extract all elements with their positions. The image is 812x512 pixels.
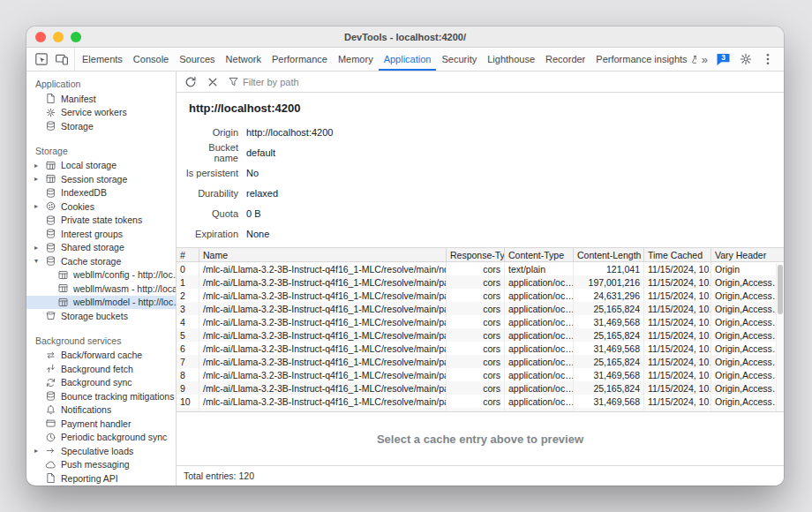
cell-content-type: application/oc… xyxy=(505,302,574,315)
window-titlebar[interactable]: DevTools - localhost:4200/ xyxy=(26,26,784,48)
sidebar-item-cache-storage[interactable]: ▾Cache storage xyxy=(26,254,176,268)
column-header-vary-header[interactable]: Vary Header xyxy=(711,248,784,261)
table-scrollbar[interactable] xyxy=(776,263,784,411)
column-header-response-type[interactable]: Response-Type xyxy=(447,248,505,261)
expand-arrow-icon[interactable]: ▾ xyxy=(34,257,45,265)
column-header-time-cached[interactable]: Time Cached xyxy=(644,248,711,261)
delete-selected-icon[interactable] xyxy=(206,75,220,89)
cell-response-type: cors xyxy=(447,328,505,342)
sidebar-item-push-messaging[interactable]: Push messaging xyxy=(26,458,176,472)
table-row[interactable]: 6/mlc-ai/Llama-3.2-3B-Instruct-q4f16_1-M… xyxy=(177,342,784,355)
tab-label: Security xyxy=(441,54,477,64)
messages-badge[interactable]: 3 xyxy=(716,52,731,66)
cache-entries-table: #NameResponse-TypeContent-TypeContent-Le… xyxy=(177,247,784,411)
sidebar-item-label: Back/forward cache xyxy=(61,350,142,360)
sidebar-item-cookies[interactable]: ▸Cookies xyxy=(26,200,176,214)
table-row[interactable]: 2/mlc-ai/Llama-3.2-3B-Instruct-q4f16_1-M… xyxy=(177,289,784,302)
table-row[interactable]: 11/mlc-ai/Llama-3.2-3B-Instruct-q4f16_1-… xyxy=(177,408,784,411)
sidebar-item-local-storage[interactable]: ▸Local storage xyxy=(26,159,176,173)
filter-input[interactable]: Filter by path xyxy=(228,76,299,87)
sidebar-item-payment-handler[interactable]: Payment handler xyxy=(26,417,176,431)
table-row[interactable]: 3/mlc-ai/Llama-3.2-3B-Instruct-q4f16_1-M… xyxy=(177,302,784,315)
inspect-element-icon[interactable] xyxy=(34,52,49,66)
sidebar-item-notifications[interactable]: Notifications xyxy=(26,403,176,418)
sidebar-item-webllm-wasm-http-loca[interactable]: webllm/wasm - http://loca… xyxy=(26,282,176,296)
column-header-content-length[interactable]: Content-Length xyxy=(574,248,644,261)
tab-network[interactable]: Network xyxy=(221,48,267,71)
speculative-icon xyxy=(45,445,56,456)
sidebar-item-background-sync[interactable]: Background sync xyxy=(26,376,176,390)
sidebar-item-back-forward-cache[interactable]: Back/forward cache xyxy=(26,349,176,363)
expand-arrow-icon[interactable]: ▸ xyxy=(34,162,45,169)
sidebar-item-speculative-loads[interactable]: ▸Speculative loads xyxy=(26,444,176,458)
more-tabs-button[interactable]: » xyxy=(702,53,708,66)
cell-time-cached: 11/15/2024, 10… xyxy=(644,315,711,328)
sidebar-item-reporting-api[interactable]: Reporting API xyxy=(26,471,176,486)
column-header-content-type[interactable]: Content-Type xyxy=(505,248,574,261)
sidebar-item-periodic-background-sync[interactable]: Periodic background sync xyxy=(26,431,176,445)
sidebar-item-shared-storage[interactable]: ▸Shared storage xyxy=(26,241,176,255)
table-row[interactable]: 5/mlc-ai/Llama-3.2-3B-Instruct-q4f16_1-M… xyxy=(177,328,784,342)
sidebar-item-label: Shared storage xyxy=(61,242,124,252)
sidebar-item-background-fetch[interactable]: Background fetch xyxy=(26,362,176,376)
kebab-menu-icon[interactable] xyxy=(761,52,775,66)
sync-icon xyxy=(45,377,56,388)
cell-content-type: application/oc… xyxy=(505,408,574,411)
expand-arrow-icon[interactable]: ▸ xyxy=(34,447,45,455)
cell-time-cached: 11/15/2024, 10… xyxy=(644,355,711,368)
scrollbar-thumb[interactable] xyxy=(778,265,783,314)
sidebar-item-bounce-tracking-mitigations[interactable]: Bounce tracking mitigations xyxy=(26,389,176,403)
table-row[interactable]: 9/mlc-ai/Llama-3.2-3B-Instruct-q4f16_1-M… xyxy=(177,381,784,395)
sidebar-item-service-workers[interactable]: Service workers xyxy=(26,106,176,120)
cell-vary-header: Origin,Access… xyxy=(711,302,784,315)
table-row[interactable]: 1/mlc-ai/Llama-3.2-3B-Instruct-q4f16_1-M… xyxy=(177,275,784,289)
table-row[interactable]: 0/mlc-ai/Llama-3.2-3B-Instruct-q4f16_1-M… xyxy=(177,262,784,275)
sidebar-item-indexeddb[interactable]: IndexedDB xyxy=(26,186,176,200)
tab-memory[interactable]: Memory xyxy=(333,48,379,71)
tab-console[interactable]: Console xyxy=(128,48,174,71)
column-header-name[interactable]: Name xyxy=(199,248,447,261)
sidebar-item-session-storage[interactable]: ▸Session storage xyxy=(26,172,176,186)
sidebar-item-label: Private state tokens xyxy=(61,215,142,225)
table-row[interactable]: 8/mlc-ai/Llama-3.2-3B-Instruct-q4f16_1-M… xyxy=(177,368,784,381)
sidebar-item-label: Storage buckets xyxy=(61,311,128,321)
expand-arrow-icon[interactable]: ▸ xyxy=(34,244,45,252)
refresh-icon[interactable] xyxy=(184,75,198,89)
table-icon xyxy=(57,269,69,281)
sidebar-item-private-state-tokens[interactable]: Private state tokens xyxy=(26,214,176,228)
sidebar-item-interest-groups[interactable]: Interest groups xyxy=(26,227,176,241)
devtools-content: ApplicationManifestService workersStorag… xyxy=(26,72,784,486)
tab-performance-insights[interactable]: Performance insights xyxy=(590,48,695,71)
sidebar-item-storage[interactable]: Storage xyxy=(26,119,176,133)
tab-application[interactable]: Application xyxy=(379,48,437,71)
tab-lighthouse[interactable]: Lighthouse xyxy=(482,48,540,71)
expand-arrow-icon[interactable]: ▸ xyxy=(34,175,45,183)
column-header-[interactable]: # xyxy=(177,248,199,261)
preview-placeholder: Select a cache entry above to preview xyxy=(377,433,583,446)
field-label: Origin xyxy=(184,127,238,138)
table-row[interactable]: 7/mlc-ai/Llama-3.2-3B-Instruct-q4f16_1-M… xyxy=(177,355,784,368)
cell-: 5 xyxy=(177,328,199,342)
sidebar-section-storage: Storage▸Local storage▸Session storageInd… xyxy=(26,141,176,323)
settings-gear-icon[interactable] xyxy=(739,52,753,66)
tab-elements[interactable]: Elements xyxy=(77,48,128,71)
sidebar-item-manifest[interactable]: Manifest xyxy=(26,92,176,106)
tab-sources[interactable]: Sources xyxy=(174,48,220,71)
cell-vary-header: Origin,Access… xyxy=(711,328,784,342)
tab-performance[interactable]: Performance xyxy=(267,48,333,71)
document-icon xyxy=(45,472,56,484)
minimize-window-button[interactable] xyxy=(53,32,64,42)
cell-name: /mlc-ai/Llama-3.2-3B-Instruct-q4f16_1-ML… xyxy=(199,395,447,408)
sidebar-item-storage-buckets[interactable]: Storage buckets xyxy=(26,309,176,323)
zoom-window-button[interactable] xyxy=(71,32,81,42)
sidebar-item-webllm-model-http-loc[interactable]: webllm/model - http://loc… xyxy=(26,296,176,310)
table-row[interactable]: 10/mlc-ai/Llama-3.2-3B-Instruct-q4f16_1-… xyxy=(177,395,784,408)
sidebar-item-webllm-config-http-loc[interactable]: webllm/config - http://loc… xyxy=(26,268,176,282)
sidebar-item-label: Bounce tracking mitigations xyxy=(61,391,174,402)
table-row[interactable]: 4/mlc-ai/Llama-3.2-3B-Instruct-q4f16_1-M… xyxy=(177,315,784,328)
expand-arrow-icon[interactable]: ▸ xyxy=(34,202,45,210)
tab-security[interactable]: Security xyxy=(436,48,482,71)
device-toolbar-icon[interactable] xyxy=(55,52,69,66)
tab-recorder[interactable]: Recorder xyxy=(540,48,590,71)
close-window-button[interactable] xyxy=(35,32,46,42)
